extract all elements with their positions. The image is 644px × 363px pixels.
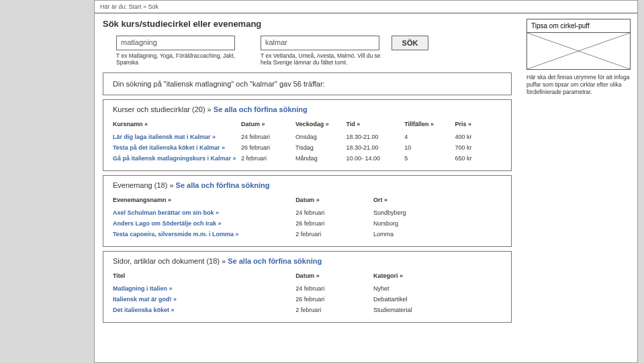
courses-heading-link[interactable]: Se alla och förfina sökning bbox=[214, 105, 308, 113]
breadcrumb: Här är du: Start » Sök bbox=[95, 1, 637, 13]
search-query-hint: T ex Matlagning, Yoga, Föräldracoaching,… bbox=[116, 52, 247, 66]
col-date[interactable]: Datum » bbox=[295, 270, 373, 283]
search-location-hint: T ex Vetlanda, Umeå, Avesta, Malmö. Vill… bbox=[261, 52, 392, 66]
table-header-row: Titel Datum » Kategori » bbox=[113, 270, 502, 283]
table-row: Testa på det italienska köket i Kalmar »… bbox=[113, 142, 502, 153]
event-name-link[interactable]: Testa capoeira, silversmide m.m. i Lomma… bbox=[113, 229, 295, 240]
search-location-input[interactable]: kalmar bbox=[261, 36, 379, 50]
summary-box: Din sökning på "italiensk matlagning" oc… bbox=[103, 72, 512, 95]
courses-section: Kurser och studiecirklar (20) » Se alla … bbox=[103, 99, 512, 171]
col-price[interactable]: Pris » bbox=[455, 119, 502, 132]
col-name[interactable]: Evenemangsnamn » bbox=[113, 195, 295, 207]
cell: 10 bbox=[404, 142, 455, 153]
col-cat[interactable]: Kategori » bbox=[373, 270, 502, 283]
cell: 26 februari bbox=[241, 142, 295, 153]
search-row: matlagning T ex Matlagning, Yoga, Föräld… bbox=[103, 36, 520, 72]
courses-table: Kursnamn » Datum » Veckodag » Tid » Till… bbox=[113, 119, 502, 164]
cell: Norsborg bbox=[373, 218, 502, 229]
courses-heading-prefix: Kurser och studiecirklar (20) » bbox=[113, 105, 212, 113]
doc-title-link[interactable]: Det italienska köket » bbox=[113, 305, 295, 315]
events-section: Evenemang (18) » Se alla och förfina sök… bbox=[103, 175, 512, 247]
event-name-link[interactable]: Anders Lago om Södertälje och Irak » bbox=[113, 218, 295, 229]
docs-section: Sidor, artiklar och dokument (18) » Se a… bbox=[103, 251, 512, 323]
promo-note: Här ska det finnas utrymme för att infog… bbox=[526, 74, 631, 96]
table-header-row: Kursnamn » Datum » Veckodag » Tid » Till… bbox=[113, 119, 502, 132]
cell: Sundbyberg bbox=[373, 207, 502, 218]
col-day[interactable]: Veckodag » bbox=[295, 119, 346, 132]
sidebar: Tipsa om cirkel-puff Här ska det finnas … bbox=[520, 13, 637, 327]
cell: 26 februari bbox=[295, 294, 373, 305]
col-place[interactable]: Ort » bbox=[373, 195, 502, 207]
cell: 18.30-21.00 bbox=[346, 142, 404, 153]
col-date[interactable]: Datum » bbox=[241, 119, 295, 132]
cell: 26 februari bbox=[295, 218, 373, 229]
cell: 700 kr bbox=[455, 142, 502, 153]
table-row: Matlagning i Italien » 24 februari Nyhet bbox=[113, 283, 502, 294]
cell: 2 februari bbox=[241, 153, 295, 164]
course-name-link[interactable]: Testa på det italienska köket i Kalmar » bbox=[113, 142, 241, 153]
cell: 24 februari bbox=[295, 283, 373, 294]
search-title: Sök kurs/studiecirkel eller evenemang bbox=[103, 19, 520, 29]
cell: Tisdag bbox=[295, 142, 346, 153]
table-row: Axel Schulman berättar om sin bok » 24 f… bbox=[113, 207, 502, 218]
cell: 5 bbox=[404, 153, 455, 164]
col-occ[interactable]: Tillfällen » bbox=[404, 119, 455, 132]
cell: Nyhet bbox=[373, 283, 502, 294]
cell: 18.30-21.00 bbox=[346, 132, 404, 142]
cell: 10.00- 14.00 bbox=[346, 153, 404, 164]
docs-table: Titel Datum » Kategori » Matlagning i It… bbox=[113, 270, 502, 315]
cell: Lomma bbox=[373, 229, 502, 240]
cell: 400 kr bbox=[455, 132, 502, 142]
event-name-link[interactable]: Axel Schulman berättar om sin bok » bbox=[113, 207, 295, 218]
search-col-query: matlagning T ex Matlagning, Yoga, Föräld… bbox=[103, 36, 247, 72]
cell: Måndag bbox=[295, 153, 346, 164]
table-row: Testa capoeira, silversmide m.m. i Lomma… bbox=[113, 229, 502, 240]
cell: Onsdag bbox=[295, 132, 346, 142]
table-row: Gå på italiensk matlagningskurs i Kalmar… bbox=[113, 153, 502, 164]
table-row: Det italienska köket » 2 februari Studie… bbox=[113, 305, 502, 315]
events-heading-link[interactable]: Se alla och förfina sökning bbox=[176, 181, 270, 189]
docs-heading-prefix: Sidor, artiklar och dokument (18) » bbox=[113, 257, 226, 265]
content-row: Sök kurs/studiecirkel eller evenemang ma… bbox=[95, 13, 637, 327]
summary-text: Din sökning på "italiensk matlagning" oc… bbox=[113, 80, 502, 88]
col-date[interactable]: Datum » bbox=[295, 195, 373, 207]
course-name-link[interactable]: Lär dig laga italiensk mat i Kalmar » bbox=[113, 132, 241, 142]
main-column: Sök kurs/studiecirkel eller evenemang ma… bbox=[95, 13, 520, 327]
cell: 2 februari bbox=[295, 305, 373, 315]
docs-heading: Sidor, artiklar och dokument (18) » Se a… bbox=[113, 257, 502, 265]
cell: Studiematerial bbox=[373, 305, 502, 315]
cell: 24 februari bbox=[295, 207, 373, 218]
table-header-row: Evenemangsnamn » Datum » Ort » bbox=[113, 195, 502, 207]
events-heading-prefix: Evenemang (18) » bbox=[113, 181, 174, 189]
cell: Debattartikel bbox=[373, 294, 502, 305]
cell: 24 februari bbox=[241, 132, 295, 142]
search-area: Sök kurs/studiecirkel eller evenemang ma… bbox=[95, 19, 520, 72]
cell: 2 februari bbox=[295, 229, 373, 240]
table-row: Anders Lago om Södertälje och Irak » 26 … bbox=[113, 218, 502, 229]
image-placeholder-icon bbox=[527, 32, 630, 69]
col-name[interactable]: Kursnamn » bbox=[113, 119, 241, 132]
promo-title: Tipsa om cirkel-puff bbox=[527, 19, 630, 32]
doc-title-link[interactable]: Matlagning i Italien » bbox=[113, 283, 295, 294]
search-button[interactable]: SÖK bbox=[392, 36, 428, 50]
col-title[interactable]: Titel bbox=[113, 270, 295, 283]
doc-title-link[interactable]: Italiensk mat är god! » bbox=[113, 294, 295, 305]
course-name-link[interactable]: Gå på italiensk matlagningskurs i Kalmar… bbox=[113, 153, 241, 164]
table-row: Lär dig laga italiensk mat i Kalmar » 24… bbox=[113, 132, 502, 142]
search-col-location: kalmar T ex Vetlanda, Umeå, Avesta, Malm… bbox=[247, 36, 392, 72]
promo-box: Tipsa om cirkel-puff bbox=[526, 19, 631, 70]
cell: 650 kr bbox=[455, 153, 502, 164]
events-table: Evenemangsnamn » Datum » Ort » Axel Schu… bbox=[113, 195, 502, 240]
events-heading: Evenemang (18) » Se alla och förfina sök… bbox=[113, 181, 502, 189]
search-query-input[interactable]: matlagning bbox=[116, 36, 235, 50]
courses-heading: Kurser och studiecirklar (20) » Se alla … bbox=[113, 105, 502, 113]
cell: 4 bbox=[404, 132, 455, 142]
wireframe-page: Här är du: Start » Sök Sök kurs/studieci… bbox=[94, 0, 638, 363]
docs-heading-link[interactable]: Se alla och förfina sökning bbox=[228, 257, 322, 265]
col-time[interactable]: Tid » bbox=[346, 119, 404, 132]
table-row: Italiensk mat är god! » 26 februari Deba… bbox=[113, 294, 502, 305]
